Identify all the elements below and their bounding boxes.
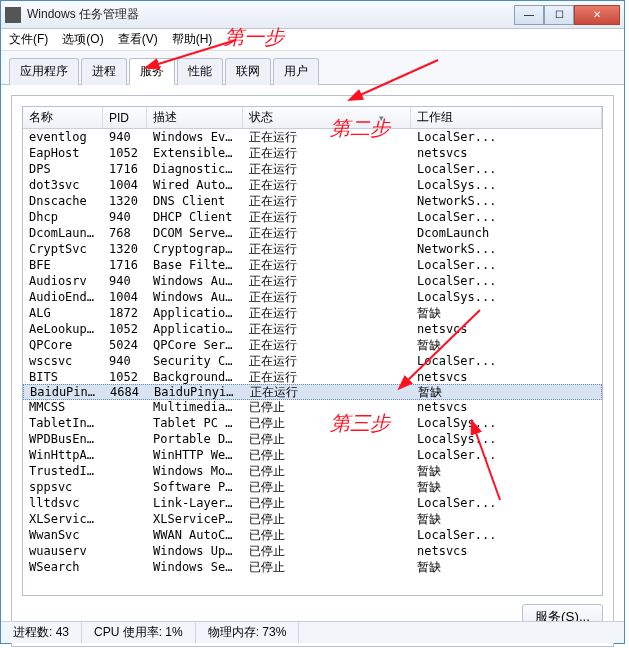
service-row[interactable]: TabletIn...Tablet PC ...已停止LocalSys... (23, 415, 602, 431)
cell-name: dot3svc (23, 178, 103, 192)
cell-group: 暂缺 (411, 337, 602, 354)
service-row[interactable]: eventlog940Windows Ev...正在运行LocalSer... (23, 129, 602, 145)
cell-name: CryptSvc (23, 242, 103, 256)
cell-group: netsvcs (411, 322, 602, 336)
cell-pid: 940 (103, 274, 147, 288)
cell-name: BaiduPin... (24, 385, 104, 399)
service-row[interactable]: DPS1716Diagnostic...正在运行LocalSer... (23, 161, 602, 177)
cell-group: NetworkS... (411, 242, 602, 256)
close-button[interactable]: ✕ (574, 5, 620, 25)
service-row[interactable]: DcomLaunch768DCOM Serve...正在运行DcomLaunch (23, 225, 602, 241)
cell-group: 暂缺 (411, 305, 602, 322)
cell-desc: WinHTTP We... (147, 448, 243, 462)
service-row[interactable]: Dnscache1320DNS Client正在运行NetworkS... (23, 193, 602, 209)
service-row[interactable]: AudioEnd...1004Windows Au...正在运行LocalSys… (23, 289, 602, 305)
maximize-button[interactable]: ☐ (544, 5, 574, 25)
cell-pid: 940 (103, 130, 147, 144)
service-row[interactable]: Audiosrv940Windows Audio正在运行LocalSer... (23, 273, 602, 289)
titlebar[interactable]: Windows 任务管理器 — ☐ ✕ (1, 1, 624, 29)
tab-services[interactable]: 服务 (129, 58, 175, 85)
cell-desc: Cryptograp... (147, 242, 243, 256)
cell-status: 已停止 (243, 399, 411, 416)
cell-group: NetworkS... (411, 194, 602, 208)
cell-name: EapHost (23, 146, 103, 160)
status-memory: 物理内存: 73% (196, 622, 300, 643)
service-row[interactable]: AeLookupSvc1052Applicatio...正在运行netsvcs (23, 321, 602, 337)
service-row[interactable]: wuauservWindows Up...已停止netsvcs (23, 543, 602, 559)
cell-group: 暂缺 (412, 384, 601, 401)
service-row[interactable]: WwanSvcWWAN AutoC...已停止LocalSer... (23, 527, 602, 543)
cell-status: 正在运行 (243, 273, 411, 290)
tab-applications[interactable]: 应用程序 (9, 58, 79, 85)
service-row[interactable]: WinHttpA...WinHTTP We...已停止LocalSer... (23, 447, 602, 463)
column-pid[interactable]: PID (103, 107, 147, 128)
app-icon (5, 7, 21, 23)
cell-desc: BaiduPinyi... (148, 385, 244, 399)
service-row[interactable]: QPCore5024QPCore Ser...正在运行暂缺 (23, 337, 602, 353)
menu-help[interactable]: 帮助(H) (170, 29, 215, 50)
cell-status: 正在运行 (243, 145, 411, 162)
cell-status: 已停止 (243, 431, 411, 448)
cell-status: 正在运行 (243, 209, 411, 226)
menu-options[interactable]: 选项(O) (60, 29, 105, 50)
service-row[interactable]: sppsvcSoftware P...已停止暂缺 (23, 479, 602, 495)
tab-users[interactable]: 用户 (273, 58, 319, 85)
cell-status: 正在运行 (243, 353, 411, 370)
service-row[interactable]: CryptSvc1320Cryptograp...正在运行NetworkS... (23, 241, 602, 257)
service-row[interactable]: Dhcp940DHCP Client正在运行LocalSer... (23, 209, 602, 225)
cell-status: 已停止 (243, 543, 411, 560)
statusbar: 进程数: 43 CPU 使用率: 1% 物理内存: 73% (1, 621, 624, 643)
tab-performance[interactable]: 性能 (177, 58, 223, 85)
cell-group: netsvcs (411, 370, 602, 384)
column-name[interactable]: 名称 (23, 107, 103, 128)
cell-pid: 1320 (103, 194, 147, 208)
cell-name: DPS (23, 162, 103, 176)
service-row[interactable]: EapHost1052Extensible...正在运行netsvcs (23, 145, 602, 161)
service-row[interactable]: WPDBusEnumPortable D...已停止LocalSys... (23, 431, 602, 447)
cell-group: DcomLaunch (411, 226, 602, 240)
service-row[interactable]: wscsvc940Security C...正在运行LocalSer... (23, 353, 602, 369)
cell-name: sppsvc (23, 480, 103, 494)
cell-desc: Extensible... (147, 146, 243, 160)
cell-status: 已停止 (243, 559, 411, 576)
menu-view[interactable]: 查看(V) (116, 29, 160, 50)
service-row[interactable]: BFE1716Base Filte...正在运行LocalSer... (23, 257, 602, 273)
cell-group: 暂缺 (411, 511, 602, 528)
column-headers: 名称 PID 描述 状态▾ 工作组 (23, 107, 602, 129)
tab-processes[interactable]: 进程 (81, 58, 127, 85)
cell-name: WSearch (23, 560, 103, 574)
cell-name: BFE (23, 258, 103, 272)
cell-desc: Base Filte... (147, 258, 243, 272)
service-row[interactable]: TrustedI...Windows Mo...已停止暂缺 (23, 463, 602, 479)
cell-name: Dhcp (23, 210, 103, 224)
cell-pid: 940 (103, 354, 147, 368)
cell-status: 正在运行 (243, 321, 411, 338)
column-description[interactable]: 描述 (147, 107, 243, 128)
service-row[interactable]: WSearchWindows Se...已停止暂缺 (23, 559, 602, 575)
cell-pid: 1004 (103, 290, 147, 304)
cell-pid: 1052 (103, 370, 147, 384)
cell-desc: Wired Auto... (147, 178, 243, 192)
cell-name: WinHttpA... (23, 448, 103, 462)
service-row[interactable]: dot3svc1004Wired Auto...正在运行LocalSys... (23, 177, 602, 193)
service-row[interactable]: MMCSSMultimedia...已停止netsvcs (23, 399, 602, 415)
menu-file[interactable]: 文件(F) (7, 29, 50, 50)
service-row[interactable]: ALG1872Applicatio...正在运行暂缺 (23, 305, 602, 321)
cell-pid: 1004 (103, 178, 147, 192)
service-row[interactable]: lltdsvcLink-Layer...已停止LocalSer... (23, 495, 602, 511)
column-group[interactable]: 工作组 (411, 107, 602, 128)
cell-name: Dnscache (23, 194, 103, 208)
cell-desc: Windows Au... (147, 290, 243, 304)
cell-status: 已停止 (243, 447, 411, 464)
cell-name: wscsvc (23, 354, 103, 368)
services-rows[interactable]: eventlog940Windows Ev...正在运行LocalSer...E… (23, 129, 602, 596)
cell-desc: Tablet PC ... (147, 416, 243, 430)
service-row[interactable]: XLServic...XLServiceP...已停止暂缺 (23, 511, 602, 527)
tab-networking[interactable]: 联网 (225, 58, 271, 85)
minimize-button[interactable]: — (514, 5, 544, 25)
column-status[interactable]: 状态▾ (243, 107, 411, 128)
cell-desc: Applicatio... (147, 306, 243, 320)
cell-desc: DNS Client (147, 194, 243, 208)
sort-indicator-icon: ▾ (379, 113, 384, 123)
cell-group: netsvcs (411, 400, 602, 414)
